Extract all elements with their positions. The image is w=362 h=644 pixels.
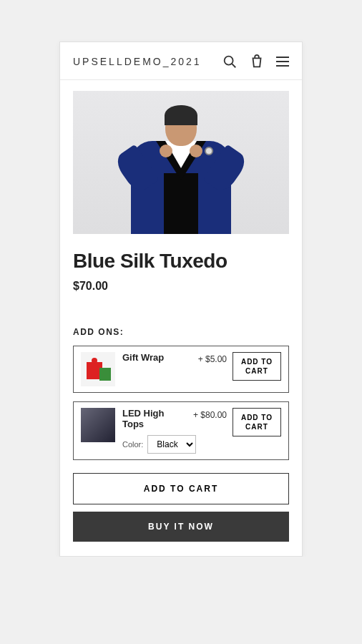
site-title[interactable]: UPSELLDEMO_2021 [73,56,202,67]
addon-price: + $5.00 [198,354,227,364]
addon-add-to-cart-button[interactable]: ADD TO CART [233,352,281,381]
addon-add-to-cart-button[interactable]: ADD TO CART [233,408,281,436]
addon-name: LED High Tops [122,408,186,429]
content: Blue Silk Tuxedo $70.00 ADD ONS: Gift Wr… [60,80,302,556]
addon-price: + $80.00 [193,410,227,420]
addon-thumb-gift [81,352,115,386]
app-container: UPSELLDEMO_2021 [59,42,303,557]
color-label: Color: [122,440,143,449]
svg-line-1 [232,64,235,67]
color-select[interactable]: Black [147,435,196,454]
add-to-cart-button[interactable]: ADD TO CART [73,473,289,504]
product-title: Blue Silk Tuxedo [73,250,289,273]
header-icons [222,54,289,69]
buy-it-now-button[interactable]: BUY IT NOW [73,512,289,542]
product-price: $70.00 [73,280,289,293]
addon-card-led-high-tops: LED High Tops Color: Black + $80.00 ADD … [73,401,289,460]
product-image [73,91,289,234]
addons-section-label: ADD ONS: [73,327,289,337]
header: UPSELLDEMO_2021 [60,42,302,80]
addon-name: Gift Wrap [122,352,191,363]
menu-icon[interactable] [276,57,289,67]
addon-card-gift-wrap: Gift Wrap + $5.00 ADD TO CART [73,346,289,393]
search-icon[interactable] [222,54,238,69]
addon-thumb-shoes [81,408,115,442]
svg-point-0 [225,57,233,65]
cart-icon[interactable] [249,54,265,69]
